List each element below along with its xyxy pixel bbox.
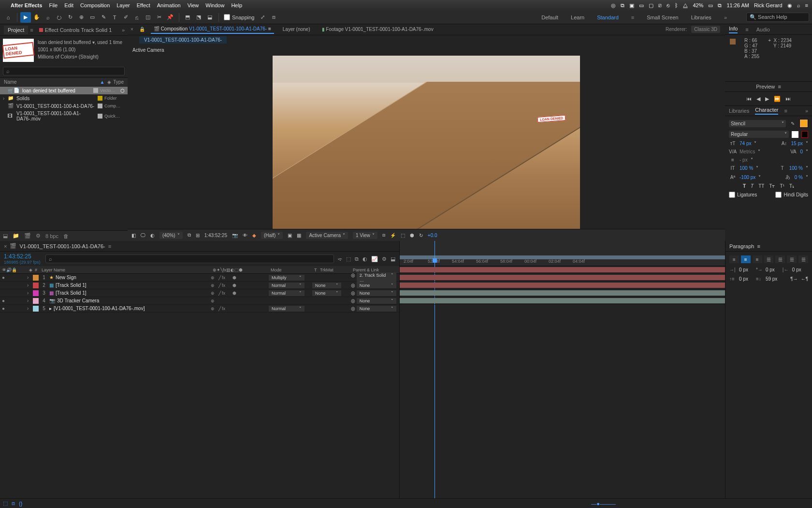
res-icon[interactable]: ⧉	[188, 232, 191, 238]
justify-center-icon[interactable]: ☰	[775, 255, 785, 263]
roi-icon[interactable]: ▣	[288, 233, 292, 238]
snapping-toggle[interactable]: Snapping	[224, 14, 255, 20]
pixel-aspect-icon[interactable]: ⧈	[382, 232, 385, 238]
leading-value[interactable]: 15 px	[791, 141, 803, 146]
timeline-layer[interactable]: ● › 4 📷3D Tracker Camera ⊕ ◎ None˅	[0, 297, 399, 305]
transparent-icon[interactable]: ▦	[297, 233, 301, 238]
blend-mode-dropdown[interactable]: Normal˅	[269, 283, 304, 288]
align-center-icon[interactable]: ≡	[741, 255, 751, 263]
next-frame-icon[interactable]: ⏩	[774, 96, 781, 102]
snapshot-icon[interactable]: 📷	[232, 233, 238, 238]
align-left-icon[interactable]: ≡	[729, 255, 739, 263]
trkmat-dropdown[interactable]: None˅	[312, 283, 341, 288]
views-dropdown[interactable]: 1 View ˅	[353, 232, 377, 239]
menu-help[interactable]: Help	[231, 2, 242, 8]
resolution-dropdown[interactable]: (Half) ˅	[261, 232, 283, 239]
brain-icon[interactable]: ⚙	[382, 256, 387, 262]
indent-first-value[interactable]: 0 px	[766, 267, 775, 272]
lock-icon[interactable]: 🔒	[139, 27, 145, 32]
tab-character[interactable]: Character	[755, 107, 778, 115]
tab-info[interactable]: Info	[729, 26, 738, 33]
allcaps-icon[interactable]: TT	[758, 183, 764, 189]
stroke-color-swatch[interactable]	[792, 131, 798, 138]
shape-tool-icon[interactable]: ▭	[87, 12, 98, 23]
tab-footage[interactable]: ▮ Footage V1-0001_TEST-0001-100-A1-DA76-…	[319, 25, 436, 33]
dropbox-icon[interactable]: ⧉	[621, 2, 624, 9]
align-right-icon[interactable]: ≡	[753, 255, 762, 263]
tab-layer[interactable]: Layer (none)	[280, 25, 313, 33]
font-family-dropdown[interactable]: Stencil˅	[729, 120, 786, 127]
mask-icon[interactable]: ◐	[150, 233, 155, 238]
type-tool-icon[interactable]: T	[109, 12, 120, 23]
composition-canvas[interactable]: LOAN DENIED	[128, 56, 725, 229]
kerning-value[interactable]: Metrics	[740, 149, 755, 154]
eraser-tool-icon[interactable]: ◫	[143, 12, 153, 23]
3d-icon[interactable]: ⬚	[401, 233, 405, 238]
folder-new-icon[interactable]: 📁	[13, 233, 19, 239]
justify-right-icon[interactable]: ☰	[787, 255, 797, 263]
layer-label-swatch[interactable]	[33, 275, 39, 281]
pickwhip-icon[interactable]: ◎	[351, 306, 355, 311]
rotate-tool-icon[interactable]: ↻	[65, 12, 75, 23]
clone-tool-icon[interactable]: ⎌	[131, 12, 142, 23]
search-help-input[interactable]: 🔍 Search Help	[746, 13, 809, 22]
cc-icon[interactable]: ◎	[611, 2, 616, 9]
pickwhip-icon[interactable]: ◎	[351, 272, 355, 278]
blend-mode-dropdown[interactable]: Multiply˅	[269, 275, 304, 281]
tabs-overflow-icon[interactable]: »	[122, 27, 125, 33]
justify-all-icon[interactable]: ☰	[798, 255, 808, 263]
sort-arrow-icon[interactable]: ▲	[100, 79, 104, 85]
app-name[interactable]: After Effects	[11, 2, 42, 8]
timeline-tab-menu-icon[interactable]: ≡	[108, 243, 111, 249]
workspace-menu-icon[interactable]: ≡	[631, 15, 634, 20]
bpc-button[interactable]: 8 bpc	[45, 233, 58, 239]
snap-opt2-icon[interactable]: ⧈	[269, 12, 279, 23]
tab-libraries[interactable]: Libraries	[729, 108, 749, 114]
timeline-search-input[interactable]: ⌕	[45, 254, 334, 263]
menu-edit[interactable]: Edit	[64, 2, 73, 8]
indent-left-value[interactable]: 0 px	[739, 267, 748, 272]
preview-menu-icon[interactable]: ≡	[778, 84, 781, 90]
layer-label-swatch[interactable]	[33, 290, 39, 296]
label-swatch[interactable]	[93, 88, 98, 93]
workspace-default[interactable]: Default	[541, 15, 558, 20]
superscript-icon[interactable]: T¹	[780, 183, 784, 189]
last-frame-icon[interactable]: ⏭	[785, 96, 791, 102]
clock[interactable]: 11:26 AM	[726, 2, 749, 8]
smallcaps-icon[interactable]: Tᴛ	[769, 183, 775, 189]
home-icon[interactable]: ⌂	[3, 12, 14, 23]
current-timecode[interactable]: 1:43:52:25	[4, 253, 41, 260]
space-before-value[interactable]: 0 px	[739, 276, 748, 282]
pickwhip-icon[interactable]: ◎	[351, 298, 355, 303]
col-mode[interactable]: Mode	[269, 268, 312, 272]
blend-mode-dropdown[interactable]: Normal˅	[269, 306, 304, 312]
motion-blur-icon[interactable]: ◐	[362, 256, 367, 262]
axis3-icon[interactable]: ⬓	[204, 12, 215, 23]
bounds-icon[interactable]: ⬓	[391, 256, 395, 262]
font-size-value[interactable]: 74 px	[740, 141, 751, 146]
space-after-value[interactable]: 59 px	[766, 276, 777, 282]
camera-dropdown[interactable]: Active Camera ˅	[306, 232, 348, 239]
project-item[interactable]: 🎬 V1-0001_TEST-0001-100-A1-DA76- Comp…	[0, 102, 128, 110]
col-label-icon[interactable]: ◈	[107, 79, 111, 85]
justify-left-icon[interactable]: ☰	[764, 255, 774, 263]
menu-composition[interactable]: Composition	[80, 2, 110, 8]
project-item[interactable]: › 📁 Solids Folder	[0, 94, 128, 102]
tracking-value[interactable]: 0	[800, 149, 803, 154]
timeline-ruler[interactable]: 2:04f 52:04f 54:04f 56:04f 58:04f 00:04f…	[400, 241, 725, 266]
shy-icon[interactable]: ⤽	[338, 256, 342, 262]
spotlight-icon[interactable]: ⌕	[797, 2, 800, 8]
renderer-icon[interactable]: ⬢	[410, 233, 414, 238]
tab-composition[interactable]: 🎬 Composition V1-0001_TEST-0001-100-A1-D…	[151, 25, 274, 34]
user-name[interactable]: Rick Gerard	[754, 2, 783, 8]
exposure-reset-icon[interactable]: ↻	[419, 233, 423, 238]
paragraph-menu-icon[interactable]: ≡	[757, 243, 760, 249]
display-icon[interactable]: ⎚	[658, 2, 662, 8]
timeline-layer[interactable]: › 3 ▦[Track Solid 1] ⊕ ╱ fx ⬢ Normal˅ No…	[0, 289, 399, 297]
adjust-icon[interactable]: ⚙	[36, 233, 41, 239]
eyedropper-icon[interactable]: ✎	[789, 121, 797, 126]
label-swatch[interactable]	[98, 104, 102, 108]
faux-italic-icon[interactable]: T	[751, 183, 754, 189]
pen-tool-icon[interactable]: ✎	[98, 12, 109, 23]
puppet-tool-icon[interactable]: 📌	[165, 12, 175, 23]
